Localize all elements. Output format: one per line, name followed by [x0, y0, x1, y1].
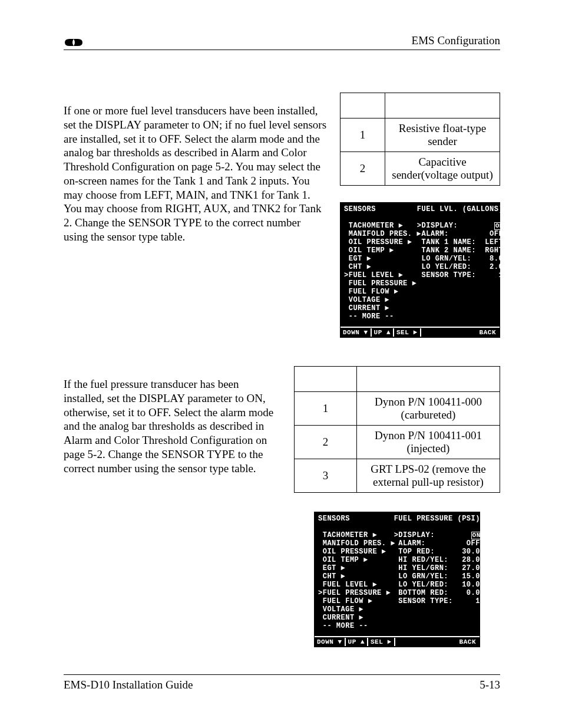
sensor-type-desc: Dynon P/N 100411-001 (injected): [357, 426, 500, 459]
sensor-type-desc: Capacitive sender(voltage output): [385, 152, 500, 186]
sensor-type-desc: Resistive float-type sender: [385, 118, 500, 152]
page-footer: EMS-D10 Installation Guide 5-13: [64, 674, 500, 691]
lcd-softkey-bar: DOWN ▼ UP ▲ SEL ► BACK: [315, 636, 480, 647]
softkey-down: DOWN ▼: [315, 638, 346, 646]
dynon-logo-icon: [64, 38, 84, 47]
lcd-right-column: FUEL LVL. (GALLONS) >DISPLAY: ON ALARM: …: [417, 205, 496, 321]
page-header: EMS Configuration: [64, 34, 500, 50]
sensor-type-num: 2: [340, 152, 385, 186]
table-row: 1 Resistive float-type sender: [340, 118, 500, 152]
fuel-pressure-sensor-table: 1 Dynon P/N 100411-000 (carbureted) 2 Dy…: [294, 366, 500, 493]
sensor-type-desc: GRT LPS-02 (remove the external pull-up …: [357, 459, 500, 493]
table-row: 2 Capacitive sender(voltage output): [340, 152, 500, 186]
header-section-title: EMS Configuration: [412, 34, 500, 47]
footer-page-number: 5-13: [480, 678, 500, 691]
softkey-up: UP ▲: [372, 328, 394, 337]
fuel-level-section: 1 Resistive float-type sender 2 Capaciti…: [64, 93, 500, 338]
fuel-pressure-paragraph: If the fuel pressure transducer has been…: [64, 377, 282, 475]
lcd-softkey-bar: DOWN ▼ UP ▲ SEL ► BACK: [340, 327, 500, 337]
fuel-pressure-lcd-screenshot: SENSORS TACHOMETER ► MANIFOLD PRES. ► OI…: [314, 512, 480, 647]
fuel-level-lcd-screenshot: SENSORS TACHOMETER ► MANIFOLD PRES. ► OI…: [340, 202, 500, 338]
sensor-type-num: 1: [295, 392, 357, 426]
softkey-down: DOWN ▼: [340, 328, 372, 337]
softkey-back: BACK: [477, 328, 500, 337]
sensor-type-desc: Dynon P/N 100411-000 (carbureted): [357, 392, 500, 426]
sensor-type-num: 3: [295, 459, 357, 493]
lcd-left-column: SENSORS TACHOMETER ► MANIFOLD PRES. ► OI…: [344, 205, 417, 321]
table-row: 1 Dynon P/N 100411-000 (carbureted): [295, 392, 500, 426]
fuel-pressure-section: 1 Dynon P/N 100411-000 (carbureted) 2 Dy…: [64, 366, 500, 647]
softkey-back: BACK: [457, 638, 480, 646]
fuel-level-sensor-table: 1 Resistive float-type sender 2 Capaciti…: [340, 93, 500, 186]
lcd-right-column: FUEL PRESSURE (PSI) >DISPLAY: ON ALARM: …: [394, 515, 476, 630]
lcd-left-column: SENSORS TACHOMETER ► MANIFOLD PRES. ► OI…: [318, 515, 394, 630]
sensor-type-num: 1: [340, 118, 385, 152]
softkey-sel: SEL ►: [368, 638, 395, 646]
table-row: 3 GRT LPS-02 (remove the external pull-u…: [295, 459, 500, 493]
softkey-sel: SEL ►: [394, 328, 421, 337]
table-row: 2 Dynon P/N 100411-001 (injected): [295, 426, 500, 459]
sensor-type-num: 2: [295, 426, 357, 459]
softkey-up: UP ▲: [346, 638, 368, 646]
footer-guide-title: EMS-D10 Installation Guide: [64, 678, 193, 691]
